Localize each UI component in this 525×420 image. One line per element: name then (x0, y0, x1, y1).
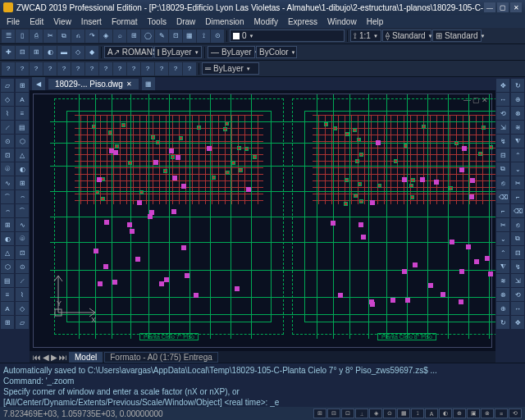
draw2-tool-5[interactable]: △ (16, 148, 29, 162)
prop-btn-1[interactable]: ⊟ (16, 46, 29, 59)
std-btn-8[interactable]: ⌕ (113, 30, 126, 43)
std-btn-5[interactable]: ⎌ (71, 30, 84, 43)
status-toggle-14[interactable]: ⟲ (509, 409, 522, 418)
status-toggle-0[interactable]: ⊞ (313, 409, 326, 418)
menu-draw[interactable]: Draw (171, 17, 200, 26)
minimize-button[interactable]: — (484, 2, 495, 12)
mod2-tool-1[interactable]: ⊕ (511, 93, 524, 106)
mod-tool-9[interactable]: ⌐ (496, 204, 509, 217)
status-toggle-5[interactable]: ⊙ (383, 409, 396, 418)
menu-modify[interactable]: Modify (249, 17, 283, 26)
draw2-tool-1[interactable]: A (16, 93, 29, 106)
mod-tool-2[interactable]: ⟲ (496, 107, 509, 120)
menu-tools[interactable]: Tools (143, 17, 171, 26)
prop-btn-5[interactable]: ◇ (71, 46, 84, 59)
status-toggle-2[interactable]: ⊡ (341, 409, 354, 418)
draw2-tool-14[interactable]: ⟋ (16, 274, 29, 287)
status-toggle-12[interactable]: ⊗ (481, 409, 494, 418)
status-toggle-10[interactable]: ⊕ (453, 409, 466, 418)
status-toggle-3[interactable]: ⟂ (355, 409, 368, 418)
std-btn-9[interactable]: ⊞ (127, 30, 140, 43)
mod2-tool-17[interactable]: ✥ (511, 316, 524, 329)
mod2-tool-16[interactable]: ↔ (511, 302, 524, 315)
draw2-tool-8[interactable]: ⌢ (16, 190, 29, 203)
mod-tool-16[interactable]: ⊕ (496, 302, 509, 315)
draw2-tool-16[interactable]: ◇ (16, 302, 29, 315)
ext-btn-7[interactable]: ? (99, 62, 112, 75)
draw-tool-17[interactable]: ⊞ (1, 316, 14, 329)
tab-nav-last-icon[interactable]: ⏭ (59, 353, 67, 362)
tab-nav-prev-icon[interactable]: ◀ (43, 353, 49, 362)
scale-dropdown[interactable]: ⟟1:1▼ (350, 30, 381, 42)
ext-btn-4[interactable]: ? (57, 62, 71, 75)
draw2-tool-13[interactable]: ⊙ (16, 260, 29, 273)
menu-insert[interactable]: Insert (76, 17, 107, 26)
mod-tool-7[interactable]: ⎋ (496, 176, 509, 189)
ext-btn-8[interactable]: ? (113, 62, 126, 75)
mod2-tool-3[interactable]: ≋ (511, 121, 524, 134)
draw-tool-14[interactable]: ▤ (1, 274, 14, 287)
mod2-tool-7[interactable]: ✂ (511, 176, 524, 189)
mod-tool-6[interactable]: ⧉ (496, 162, 509, 176)
mod-tool-11[interactable]: ⌄ (496, 232, 509, 245)
mod2-tool-0[interactable]: ↻ (511, 79, 524, 92)
textstyle-dropdown[interactable]: A↗ROMANS▼ (104, 46, 153, 58)
menu-window[interactable]: Window (322, 17, 362, 26)
draw2-tool-15[interactable]: ⌇ (16, 288, 29, 301)
mod-tool-5[interactable]: ⊟ (496, 148, 509, 162)
lineweight-dropdown[interactable]: ═ByLayer▼ (202, 62, 259, 75)
ext-btn-9[interactable]: ? (127, 62, 140, 75)
ext-btn-3[interactable]: ? (43, 62, 57, 75)
linetype-dropdown[interactable]: —ByLayer▼ (208, 46, 255, 58)
mod2-tool-2[interactable]: ⊗ (511, 107, 524, 120)
close-button[interactable]: ✕ (510, 2, 522, 12)
ext-btn-5[interactable]: ? (71, 62, 84, 75)
mod-tool-3[interactable]: ⇲ (496, 121, 509, 134)
plotstyle-dropdown[interactable]: ByColor▼ (256, 46, 297, 58)
model-tab[interactable]: Model (69, 352, 103, 363)
dimstyle-dropdown[interactable]: ⟠Standard▼ (382, 30, 431, 42)
draw2-tool-11[interactable]: ⦾ (16, 232, 29, 245)
std-btn-11[interactable]: ✎ (155, 30, 168, 43)
mod-tool-17[interactable]: ↻ (496, 316, 509, 329)
close-tab-icon[interactable]: ✕ (126, 80, 132, 88)
draw-tool-2[interactable]: ⌇ (1, 107, 14, 120)
ext-btn-13[interactable]: ? (183, 62, 196, 75)
mod-tool-12[interactable]: ⌃ (496, 246, 509, 259)
status-toggle-13[interactable]: ≡ (495, 409, 508, 418)
draw2-tool-17[interactable]: ▱ (16, 316, 29, 329)
prop-btn-6[interactable]: ◆ (85, 46, 98, 59)
draw-tool-8[interactable]: ⌒ (1, 190, 14, 203)
menu-help[interactable]: Help (362, 17, 389, 26)
status-toggle-9[interactable]: ◐ (439, 409, 452, 418)
mod2-tool-13[interactable]: ↯ (511, 260, 524, 273)
status-toggle-6[interactable]: ▦ (397, 409, 410, 418)
draw2-tool-0[interactable]: ⊞ (16, 79, 29, 92)
draw-tool-4[interactable]: ⊙ (1, 135, 14, 148)
status-toggle-11[interactable]: ▣ (467, 409, 480, 418)
draw2-tool-9[interactable]: ⌒ (16, 204, 29, 217)
std-btn-10[interactable]: ◯ (141, 30, 154, 43)
tablestyle-dropdown[interactable]: ⊞Standard▼ (432, 30, 482, 42)
mod2-tool-6[interactable]: ⌄ (511, 162, 524, 176)
draw-tool-16[interactable]: A (1, 302, 14, 315)
menu-view[interactable]: View (48, 17, 76, 26)
mod2-tool-11[interactable]: ⧉ (511, 232, 524, 245)
draw2-tool-2[interactable]: ≡ (16, 107, 29, 120)
draw-tool-1[interactable]: ◇ (1, 93, 14, 106)
draw2-tool-10[interactable]: ∿ (16, 218, 29, 231)
draw-tool-6[interactable]: ⦾ (1, 162, 14, 176)
status-toggle-7[interactable]: ⟟ (411, 409, 424, 418)
status-toggle-4[interactable]: ◈ (369, 409, 382, 418)
std-btn-14[interactable]: ⟟ (197, 30, 210, 43)
mod-tool-4[interactable]: ↯ (496, 135, 509, 148)
draw2-tool-7[interactable]: ⊞ (16, 176, 29, 189)
color-dropdown[interactable]: ByLayer▼ (154, 46, 202, 58)
std-btn-15[interactable]: ⊙ (211, 30, 224, 43)
draw-tool-3[interactable]: ⟋ (1, 121, 14, 134)
draw-tool-9[interactable]: ⌢ (1, 204, 14, 217)
mod2-tool-5[interactable]: ⌃ (511, 148, 524, 162)
mod2-tool-10[interactable]: ⎋ (511, 218, 524, 231)
status-toggle-1[interactable]: ⊟ (327, 409, 340, 418)
mod-tool-8[interactable]: ⌫ (496, 190, 509, 203)
